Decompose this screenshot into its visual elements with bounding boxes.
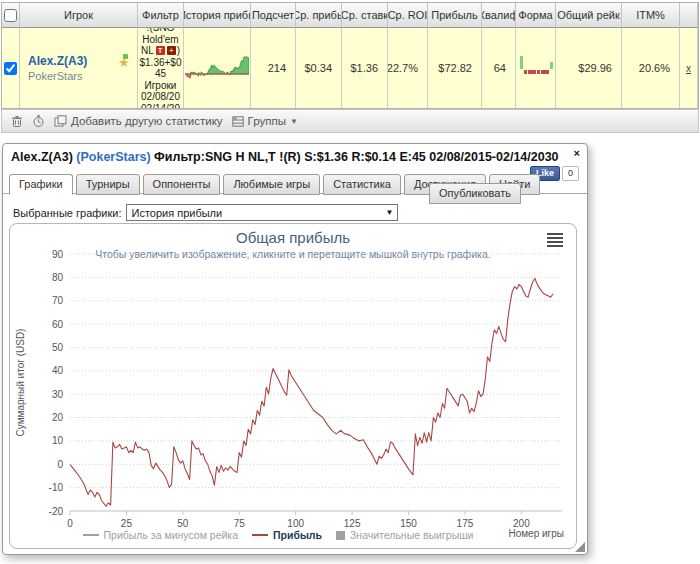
table-row: Alex.Z(A3) PokerStars ★ !(SNG Hold'em NL…	[2, 28, 698, 108]
filter-line: $1.36+$0	[140, 57, 182, 69]
tab-4[interactable]: Любимые игры	[223, 174, 320, 195]
filter-line: Hold'em	[142, 34, 178, 46]
form-mini-chart	[518, 55, 554, 81]
player-detail-popup: Alex.Z(A3) (PokerStars) Фильтр:SNG H NL,…	[2, 143, 588, 555]
groups-button[interactable]: Группы ▼	[232, 115, 298, 127]
col-qualif: Квалиф	[482, 3, 516, 28]
itm-cell: 20.6%	[622, 28, 680, 108]
qualif-cell: 64	[482, 28, 516, 108]
svg-text:50: 50	[52, 342, 64, 353]
player-star-icon: ★	[118, 54, 132, 70]
filter-line: 02/08/20	[141, 91, 180, 103]
add-statistic-button[interactable]: Добавить другую статистику	[54, 115, 223, 127]
close-icon[interactable]: ×	[574, 147, 580, 159]
groups-icon	[232, 116, 244, 127]
remove-row-link[interactable]: x	[686, 63, 691, 74]
filter-cell: !(SNG Hold'em NLT+) $1.36+$0 45 Игроки 0…	[138, 28, 184, 108]
graph-select-value: История прибыли	[131, 207, 222, 219]
legend-label: Значительные выигрыши	[350, 529, 473, 541]
tab-5[interactable]: Статистика	[323, 174, 401, 195]
form-loss-square	[528, 70, 532, 74]
legend-marker	[83, 534, 99, 536]
table-header-row: Игрок Фильтр История прибы Подсчет Ср. п…	[2, 3, 698, 28]
stats-table: Игрок Фильтр История прибы Подсчет Ср. п…	[1, 2, 699, 109]
col-form: Форма	[516, 3, 556, 28]
svg-text:20: 20	[52, 412, 64, 423]
form-cell	[516, 28, 556, 108]
col-player: Игрок	[20, 3, 138, 28]
tab-1[interactable]: Графики	[9, 174, 73, 195]
col-profit-history: История прибы	[184, 3, 251, 28]
graph-select[interactable]: История прибыли ▼	[126, 204, 398, 221]
graph-select-row: Выбранные графики: История прибыли ▼	[13, 204, 398, 221]
svg-text:175: 175	[457, 518, 474, 529]
header-select-all	[2, 3, 20, 28]
count-cell: 214	[251, 28, 296, 108]
select-all-checkbox[interactable]	[4, 9, 17, 22]
form-loss-square	[541, 70, 545, 74]
plus-badge-icon: +	[167, 46, 176, 55]
popup-title: Alex.Z(A3) (PokerStars) Фильтр:SNG H NL,…	[11, 150, 565, 164]
col-remove	[680, 3, 698, 28]
svg-text:Суммарный итог (USD): Суммарный итог (USD)	[15, 329, 26, 437]
tab-publish[interactable]: Опубликовать	[429, 183, 521, 204]
svg-text:75: 75	[234, 518, 246, 529]
row-checkbox[interactable]	[4, 62, 17, 75]
form-loss-square	[532, 70, 536, 74]
tab-2[interactable]: Турниры	[76, 174, 140, 195]
form-loss-square	[545, 70, 549, 74]
page: Игрок Фильтр История прибы Подсчет Ср. п…	[0, 0, 700, 564]
svg-text:10: 10	[52, 435, 64, 446]
svg-text:40: 40	[52, 365, 64, 376]
col-itm: ITM%	[622, 3, 680, 28]
svg-text:30: 30	[52, 389, 64, 400]
legend-item-3[interactable]: Значительные выигрыши	[336, 529, 473, 541]
profit-sparkline	[185, 53, 249, 83]
svg-text:70: 70	[52, 295, 64, 306]
player-cell: Alex.Z(A3) PokerStars ★	[20, 28, 138, 108]
turbo-badge-icon: T	[156, 46, 165, 55]
add-window-icon	[54, 115, 67, 127]
svg-text:60: 60	[52, 319, 64, 330]
filter-line-text: NL	[141, 45, 154, 56]
xaxis-title: Номер игры	[508, 528, 564, 539]
svg-text:80: 80	[52, 272, 64, 283]
legend-label: Прибыль	[273, 529, 322, 541]
filter-line: 02/14/20	[141, 103, 180, 109]
legend-item-1[interactable]: Прибыль за минусом рейка	[83, 529, 238, 541]
chevron-down-icon: ▼	[290, 117, 298, 126]
resize-grip[interactable]	[575, 542, 585, 552]
svg-text:25: 25	[121, 518, 133, 529]
popup-title-player: Alex.Z(A3)	[11, 150, 76, 164]
groups-label: Группы	[248, 115, 286, 127]
filter-line: NLT+)	[141, 45, 180, 57]
svg-text:50: 50	[177, 518, 189, 529]
col-count: Подсчет	[251, 3, 296, 28]
svg-text:100: 100	[287, 518, 304, 529]
toolbar: Добавить другую статистику Группы ▼	[1, 109, 699, 133]
svg-text:-20: -20	[49, 506, 64, 517]
profit-cell: $72.82	[428, 28, 482, 108]
legend-item-2[interactable]: Прибыль	[252, 529, 322, 541]
graph-select-label: Выбранные графики:	[13, 207, 121, 219]
legend-marker	[252, 534, 268, 536]
filter-line: 45	[155, 68, 166, 80]
remove-cell: x	[680, 28, 698, 108]
player-name-link[interactable]: Alex.Z(A3)	[28, 54, 87, 68]
avg-roi-cell: 22.7%	[388, 28, 428, 108]
profit-history-cell	[184, 28, 251, 108]
col-avg-stake: Ср. ставк	[342, 3, 388, 28]
popup-title-site[interactable]: (PokerStars)	[76, 150, 150, 164]
profit-chart-container: Общая прибыль Чтобы увеличить изображени…	[9, 223, 577, 549]
refresh-button[interactable]	[32, 115, 45, 128]
col-avg-profit: Ср. прибы	[296, 3, 342, 28]
facebook-like-count: 0	[562, 166, 579, 181]
select-arrow-icon: ▼	[386, 208, 394, 217]
form-loss-square	[524, 70, 528, 74]
tab-3[interactable]: Оппоненты	[143, 174, 221, 195]
clock-icon	[32, 115, 45, 128]
svg-text:90: 90	[52, 249, 64, 260]
delete-button[interactable]	[11, 115, 23, 128]
profit-chart-plot[interactable]: -20-100102030405060708090025507510012515…	[10, 224, 577, 549]
total-rake-cell: $29.96	[556, 28, 622, 108]
